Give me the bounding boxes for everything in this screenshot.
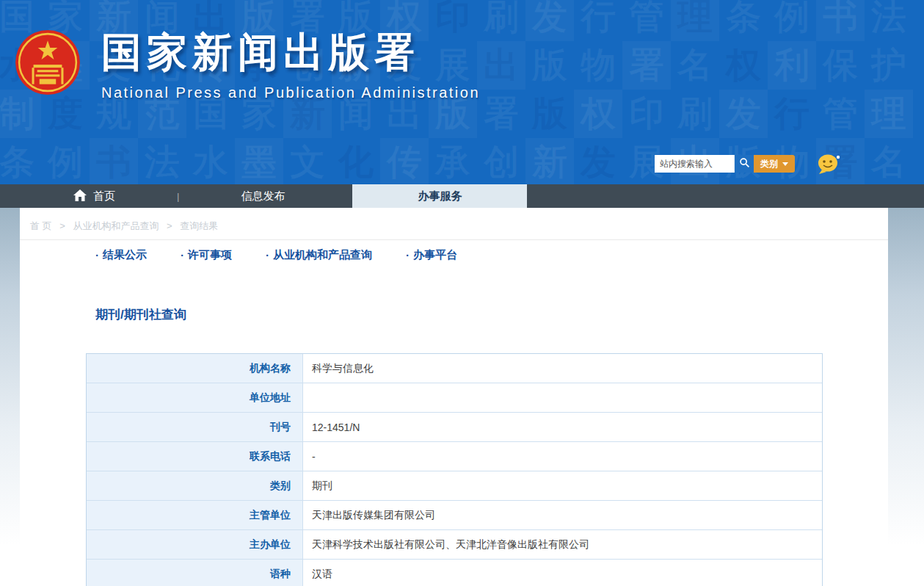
site-search-input[interactable] (655, 155, 734, 173)
subnav-item-service-platform-label: 办事平台 (413, 248, 457, 262)
row-value: 12-1451/N (303, 413, 822, 441)
row-label: 主办单位 (87, 530, 303, 559)
breadcrumb-separator: > (59, 220, 65, 231)
table-row: 语种 汉语 (87, 560, 822, 586)
home-icon (73, 189, 87, 203)
row-label: 类别 (87, 471, 303, 500)
breadcrumb: 首 页 > 从业机构和产品查询 > 查询结果 (20, 208, 888, 239)
nav-divider: | (177, 184, 179, 208)
nav-item-services-label: 办事服务 (418, 189, 462, 203)
table-row: 主管单位 天津出版传媒集团有限公司 (87, 501, 822, 530)
subnav: · 结果公示 · 许可事项 · 从业机构和产品查询 · 办事平台 (20, 240, 888, 262)
row-value (303, 383, 822, 412)
row-label: 单位地址 (87, 383, 303, 412)
row-label: 联系电话 (87, 442, 303, 471)
page: 国家新闻出版署版权印刷发行管理条例书法水墨文化传承创新发展出版物署名权利保护制度… (0, 0, 924, 586)
info-table: 机构名称 科学与信息化 单位地址 刊号 12-1451/N 联系电话 - 类别 (86, 353, 823, 586)
bullet-icon: · (181, 249, 184, 261)
table-row: 单位地址 (87, 383, 822, 413)
breadcrumb-current: 查询结果 (180, 220, 218, 231)
table-row: 主办单位 天津科学技术出版社有限公司、天津北洋音像出版社有限公司 (87, 530, 822, 560)
row-label: 刊号 (87, 413, 303, 441)
row-value: 期刊 (303, 471, 822, 500)
table-row: 类别 期刊 (87, 471, 822, 501)
site-header: 国家新闻出版署版权印刷发行管理条例书法水墨文化传承创新发展出版物署名权利保护制度… (0, 0, 924, 184)
bullet-icon: · (406, 249, 410, 261)
subnav-item-org-query[interactable]: · 从业机构和产品查询 (266, 248, 372, 262)
search-icon (739, 157, 750, 170)
site-subtitle: National Press and Publication Administr… (101, 84, 480, 101)
category-dropdown-button[interactable]: 类别 (754, 155, 795, 173)
row-value: 天津科学技术出版社有限公司、天津北洋音像出版社有限公司 (303, 530, 822, 559)
nav-item-home[interactable]: 首页 (73, 184, 115, 208)
site-title: 国家新闻出版署 (101, 29, 480, 76)
row-label: 机构名称 (87, 354, 303, 383)
nav-item-home-label: 首页 (93, 189, 115, 203)
row-value: 天津出版传媒集团有限公司 (303, 501, 822, 529)
national-emblem-icon (15, 29, 81, 95)
nav-item-info-label: 信息发布 (241, 189, 285, 203)
category-label: 类别 (760, 158, 778, 170)
row-label: 语种 (87, 560, 303, 586)
subnav-item-licensing-label: 许可事项 (188, 248, 232, 262)
bullet-icon: · (266, 249, 269, 261)
site-titles: 国家新闻出版署 National Press and Publication A… (101, 29, 480, 101)
row-value: - (303, 442, 822, 471)
row-label: 主管单位 (87, 501, 303, 529)
nav-item-services[interactable]: 办事服务 (352, 184, 527, 208)
row-value: 科学与信息化 (303, 354, 822, 383)
content-background: 首 页 > 从业机构和产品查询 > 查询结果 · 结果公示 · 许可事项 · 从 (0, 208, 924, 586)
subnav-item-licensing[interactable]: · 许可事项 (181, 248, 232, 262)
main-nav: 首页 | 信息发布 办事服务 (0, 184, 924, 208)
search-button[interactable] (734, 155, 754, 173)
page-title: 期刊/期刊社查询 (95, 306, 888, 324)
table-row: 刊号 12-1451/N (87, 413, 822, 442)
breadcrumb-query[interactable]: 从业机构和产品查询 (73, 220, 159, 231)
nav-item-info-release[interactable]: 信息发布 (241, 184, 285, 208)
search-bar: 类别 (655, 153, 842, 175)
subnav-item-results-label: 结果公示 (103, 248, 147, 262)
site-logo-link[interactable]: 国家新闻出版署 National Press and Publication A… (15, 29, 480, 101)
subnav-item-org-query-label: 从业机构和产品查询 (273, 248, 372, 262)
row-value: 汉语 (303, 560, 822, 586)
breadcrumb-home[interactable]: 首 页 (30, 220, 52, 231)
chevron-down-icon (782, 162, 788, 166)
bullet-icon: · (95, 249, 99, 261)
breadcrumb-separator: > (167, 220, 172, 231)
wechat-icon[interactable] (817, 153, 842, 175)
content-panel: 首 页 > 从业机构和产品查询 > 查询结果 · 结果公示 · 许可事项 · 从 (20, 208, 888, 586)
table-row: 机构名称 科学与信息化 (87, 354, 822, 383)
subnav-item-service-platform[interactable]: · 办事平台 (406, 248, 457, 262)
table-row: 联系电话 - (87, 442, 822, 471)
subnav-item-results[interactable]: · 结果公示 (95, 248, 147, 262)
